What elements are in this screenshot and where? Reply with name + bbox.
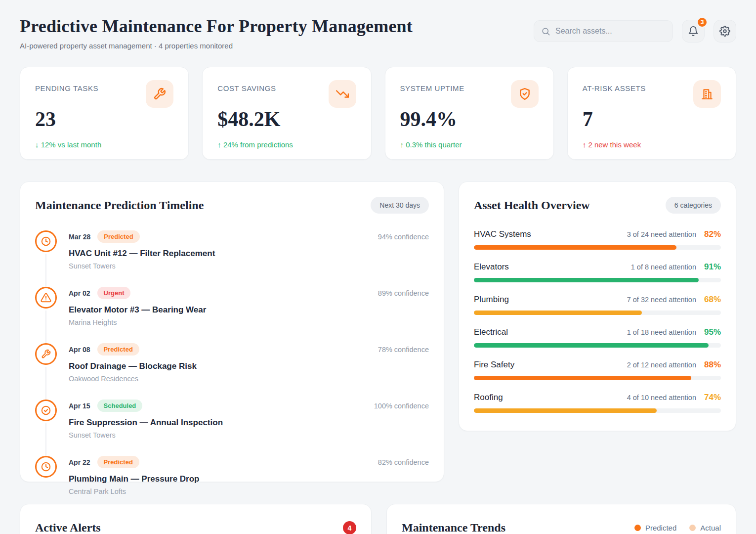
stat-label: AT-RISK ASSETS — [583, 80, 646, 92]
health-detail: 3 of 24 need attention — [627, 230, 696, 238]
stat-card-at-risk-assets[interactable]: AT-RISK ASSETS 7 ↑ 2 new this week — [567, 67, 736, 160]
stat-card-system-uptime[interactable]: SYSTEM UPTIME 99.4% ↑ 0.3% this quarter — [385, 67, 554, 160]
alert-triangle-icon — [35, 287, 57, 309]
confidence-label: 78% confidence — [378, 346, 429, 354]
progress-fill — [474, 311, 642, 315]
bell-icon — [688, 26, 699, 37]
alert-count-badge: 4 — [343, 521, 356, 534]
legend-label: Predicted — [645, 524, 676, 532]
page-subtitle: AI-powered property asset management · 4… — [20, 42, 413, 50]
stat-delta: ↑ 2 new this week — [583, 140, 721, 149]
progress-fill — [474, 408, 657, 413]
chart-legend: Predicted Actual — [634, 524, 721, 532]
timeline-item[interactable]: Apr 08 Predicted 78% confidence Roof Dra… — [35, 343, 429, 400]
timeline-item-property: Marina Heights — [69, 318, 429, 326]
status-badge: Predicted — [97, 456, 139, 468]
health-detail: 1 of 8 need attention — [631, 263, 696, 271]
progress-fill — [474, 343, 709, 348]
health-detail: 1 of 18 need attention — [627, 328, 696, 336]
timeline-item-title: Roof Drainage — Blockage Risk — [69, 361, 429, 371]
stat-label: COST SAVINGS — [217, 80, 276, 92]
timeline-range-chip[interactable]: Next 30 days — [371, 197, 429, 214]
timeline-item-property: Sunset Towers — [69, 431, 429, 439]
building-icon — [693, 80, 721, 108]
progress-track — [474, 311, 721, 315]
timeline-item[interactable]: Apr 15 Scheduled 100% confidence Fire Su… — [35, 400, 429, 456]
timeline-item[interactable]: Mar 28 Predicted 94% confidence HVAC Uni… — [35, 230, 429, 287]
stat-card-pending-tasks[interactable]: PENDING TASKS 23 ↓ 12% vs last month — [20, 67, 189, 160]
health-label: Elevators — [474, 262, 509, 272]
maintenance-trends-title: Maintenance Trends — [402, 521, 505, 534]
asset-health-card: Asset Health Overview 6 categories HVAC … — [459, 181, 736, 431]
wrench-icon — [146, 80, 173, 108]
stats-row: PENDING TASKS 23 ↓ 12% vs last month COS… — [20, 67, 736, 160]
timeline-item-title: Plumbing Main — Pressure Drop — [69, 474, 429, 484]
health-detail: 2 of 12 need attention — [627, 361, 696, 369]
health-percent: 68% — [704, 295, 721, 305]
health-row-elevators: Elevators 1 of 8 need attention 91% — [474, 262, 721, 282]
page-title: Predictive Maintenance For Property Mana… — [20, 16, 413, 37]
main-row: Maintenance Prediction Timeline Next 30 … — [20, 181, 736, 482]
stat-value: 7 — [583, 109, 721, 130]
health-list: HVAC Systems 3 of 24 need attention 82% … — [474, 229, 721, 413]
clock-icon — [35, 456, 57, 478]
notifications-button[interactable]: 3 — [682, 20, 705, 43]
progress-track — [474, 278, 721, 282]
timeline-date: Apr 02 — [69, 289, 90, 297]
stat-label: SYSTEM UPTIME — [400, 80, 464, 92]
progress-track — [474, 408, 721, 413]
timeline-item-property: Oakwood Residences — [69, 375, 429, 383]
timeline-item-title: HVAC Unit #12 — Filter Replacement — [69, 249, 429, 259]
progress-track — [474, 343, 721, 348]
health-label: Roofing — [474, 393, 503, 402]
timeline-item-property: Central Park Lofts — [69, 488, 429, 495]
health-row-hvac: HVAC Systems 3 of 24 need attention 82% — [474, 229, 721, 250]
legend-item-predicted: Predicted — [634, 524, 676, 532]
wrench-icon — [35, 343, 57, 365]
timeline-date: Apr 08 — [69, 346, 90, 354]
active-alerts-title: Active Alerts — [35, 521, 101, 534]
progress-fill — [474, 245, 676, 250]
health-row-electrical: Electrical 1 of 18 need attention 95% — [474, 327, 721, 348]
clock-icon — [35, 230, 57, 252]
timeline-item[interactable]: Apr 22 Predicted 82% confidence Plumbing… — [35, 456, 429, 512]
asset-health-title: Asset Health Overview — [474, 199, 590, 212]
health-label: Electrical — [474, 327, 508, 337]
search-input[interactable] — [555, 27, 666, 36]
confidence-label: 94% confidence — [378, 233, 429, 241]
health-detail: 4 of 10 need attention — [627, 394, 696, 401]
maintenance-trends-card: Maintenance Trends Predicted Actual — [386, 504, 736, 534]
health-row-roofing: Roofing 4 of 10 need attention 74% — [474, 393, 721, 413]
stat-label: PENDING TASKS — [35, 80, 98, 92]
search-icon — [541, 27, 550, 36]
confidence-label: 100% confidence — [374, 402, 429, 410]
progress-track — [474, 245, 721, 250]
timeline-item[interactable]: Apr 02 Urgent 89% confidence Elevator Mo… — [35, 287, 429, 343]
timeline-card: Maintenance Prediction Timeline Next 30 … — [20, 181, 444, 482]
health-label: Fire Safety — [474, 360, 514, 370]
status-badge: Predicted — [97, 343, 139, 356]
legend-item-actual: Actual — [689, 524, 721, 532]
timeline-date: Apr 22 — [69, 458, 90, 466]
stat-value: 23 — [35, 109, 173, 130]
notification-badge: 3 — [697, 17, 708, 28]
health-row-fire-safety: Fire Safety 2 of 12 need attention 88% — [474, 360, 721, 380]
health-label: Plumbing — [474, 295, 509, 305]
header-titles: Predictive Maintenance For Property Mana… — [20, 16, 413, 50]
progress-track — [474, 376, 721, 380]
legend-dot-actual — [689, 525, 696, 531]
settings-button[interactable] — [714, 20, 736, 43]
health-percent: 95% — [704, 327, 721, 337]
stat-value: $48.2K — [217, 109, 356, 130]
health-label: HVAC Systems — [474, 229, 531, 239]
shield-check-icon — [511, 80, 539, 108]
categories-chip: 6 categories — [666, 197, 721, 214]
legend-label: Actual — [700, 524, 721, 532]
search-box[interactable] — [534, 20, 673, 42]
timeline-item-title: Elevator Motor #3 — Bearing Wear — [69, 305, 429, 315]
gear-icon — [719, 26, 730, 37]
health-percent: 74% — [704, 393, 721, 402]
stat-card-cost-savings[interactable]: COST SAVINGS $48.2K ↑ 24% from predictio… — [202, 67, 371, 160]
status-badge: Urgent — [97, 287, 131, 299]
confidence-label: 82% confidence — [378, 458, 429, 466]
